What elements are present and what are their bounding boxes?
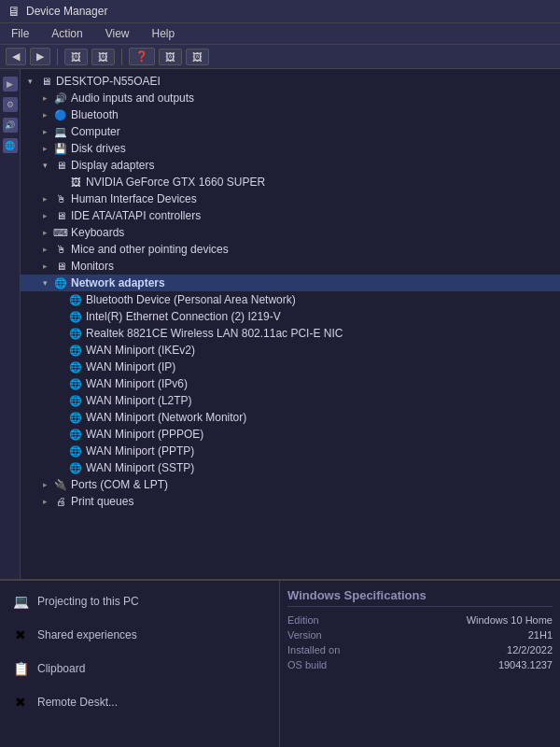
expand-icon-ports[interactable]: ▸	[39, 479, 50, 490]
sidebar-icon-1[interactable]: ▶	[3, 77, 18, 92]
sidebar-icon-2[interactable]: ⚙	[3, 97, 18, 112]
item-icon-nvidia: 🖼	[68, 176, 83, 189]
spec-osbuild: OS build 19043.1237	[287, 659, 553, 670]
tree-item-display[interactable]: ▾🖥Display adapters	[21, 157, 560, 174]
menu-help[interactable]: Help	[148, 25, 179, 42]
expand-icon-ide[interactable]: ▸	[39, 210, 50, 221]
item-icon-wan-pptp: 🌐	[68, 444, 83, 458]
projecting-icon: 💻	[11, 592, 30, 611]
expand-icon-realtek	[54, 328, 65, 339]
menu-view[interactable]: View	[102, 25, 133, 42]
tree-item-print[interactable]: ▸🖨Print queues	[21, 493, 560, 510]
projecting-label: Projecting to this PC	[37, 595, 139, 608]
sidebar-icon-4[interactable]: 🌐	[3, 138, 18, 153]
remote-icon: ✖	[11, 693, 30, 712]
tree-item-ide[interactable]: ▸🖥IDE ATA/ATAPI controllers	[21, 207, 560, 224]
item-icon-wan-ipv6: 🌐	[68, 377, 83, 390]
toolbar-btn4[interactable]: 🖼	[186, 49, 209, 65]
item-label-wan-pptp: WAN Miniport (PPTP)	[86, 444, 194, 458]
item-icon-wan-ikev2: 🌐	[68, 344, 83, 357]
bottom-item-clipboard[interactable]: 📋 Clipboard	[7, 655, 272, 682]
item-label-wan-sstp: WAN Miniport (SSTP)	[86, 461, 194, 474]
tree-item-wan-sstp[interactable]: 🌐WAN Miniport (SSTP)	[21, 459, 560, 476]
expand-icon-wan-pppoe	[54, 429, 65, 440]
tree-item-bluetooth[interactable]: ▸🔵Bluetooth	[21, 106, 560, 123]
toolbar-back[interactable]: ◀	[6, 48, 26, 65]
tree-item-root[interactable]: ▾🖥DESKTOP-N55OAEI	[21, 73, 560, 90]
bottom-section: 💻 Projecting to this PC ✖ Shared experie…	[0, 579, 560, 747]
expand-icon-display[interactable]: ▾	[39, 160, 50, 171]
item-icon-network: 🌐	[53, 276, 68, 289]
tree-item-hid[interactable]: ▸🖱Human Interface Devices	[21, 190, 560, 207]
spec-installed-value: 12/2/2022	[507, 644, 553, 655]
tree-item-wan-pppoe[interactable]: 🌐WAN Miniport (PPPOE)	[21, 426, 560, 443]
toolbar: ◀ ▶ 🖼 🖼 ❓ 🖼 🖼	[0, 45, 560, 69]
item-label-realtek: Realtek 8821CE Wireless LAN 802.11ac PCI…	[86, 327, 343, 340]
toolbar-btn2[interactable]: 🖼	[91, 49, 115, 65]
item-icon-hid: 🖱	[53, 192, 68, 205]
tree-item-computer[interactable]: ▸💻Computer	[21, 123, 560, 140]
expand-icon-monitors[interactable]: ▸	[39, 261, 50, 272]
expand-icon-audio[interactable]: ▸	[39, 92, 50, 104]
tree-item-wan-nm[interactable]: 🌐WAN Miniport (Network Monitor)	[21, 409, 560, 426]
expand-icon-keyboards[interactable]: ▸	[39, 227, 50, 238]
bottom-item-projecting[interactable]: 💻 Projecting to this PC	[7, 588, 272, 614]
toolbar-btn3[interactable]: 🖼	[159, 49, 182, 65]
clipboard-label: Clipboard	[37, 662, 85, 675]
item-icon-bluetooth: 🔵	[53, 108, 68, 121]
tree-item-keyboards[interactable]: ▸⌨Keyboards	[21, 224, 560, 241]
expand-icon-computer[interactable]: ▸	[39, 126, 50, 137]
device-tree[interactable]: ▾🖥DESKTOP-N55OAEI▸🔊Audio inputs and outp…	[21, 69, 560, 579]
title-text: Device Manager	[26, 5, 107, 18]
item-icon-bt-net: 🌐	[68, 293, 83, 306]
tree-item-monitors[interactable]: ▸🖥Monitors	[21, 258, 560, 275]
tree-item-ports[interactable]: ▸🔌Ports (COM & LPT)	[21, 476, 560, 493]
expand-icon-disk[interactable]: ▸	[39, 143, 50, 154]
tree-item-wan-ip[interactable]: 🌐WAN Miniport (IP)	[21, 359, 560, 375]
spec-osbuild-value: 19043.1237	[498, 659, 553, 670]
tree-item-disk[interactable]: ▸💾Disk drives	[21, 140, 560, 157]
tree-item-intel-eth[interactable]: 🌐Intel(R) Ethernet Connection (2) I219-V	[21, 308, 560, 325]
spec-edition-label: Edition	[287, 614, 319, 626]
expand-icon-nvidia	[54, 176, 65, 188]
tree-item-network[interactable]: ▾🌐Network adapters	[21, 275, 560, 291]
expand-icon-network[interactable]: ▾	[39, 277, 50, 289]
expand-icon-print[interactable]: ▸	[39, 496, 50, 507]
tree-item-audio[interactable]: ▸🔊Audio inputs and outputs	[21, 90, 560, 106]
toolbar-btn1[interactable]: 🖼	[64, 49, 88, 65]
item-label-monitors: Monitors	[71, 260, 114, 273]
toolbar-forward[interactable]: ▶	[30, 48, 50, 65]
tree-item-wan-pptp[interactable]: 🌐WAN Miniport (PPTP)	[21, 443, 560, 459]
toolbar-help[interactable]: ❓	[129, 48, 155, 65]
sidebar-icon-3[interactable]: 🔊	[3, 118, 18, 133]
expand-icon-wan-ip	[54, 361, 65, 373]
item-icon-wan-sstp: 🌐	[68, 461, 83, 474]
expand-icon-root[interactable]: ▾	[24, 76, 35, 87]
tree-item-bt-net[interactable]: 🌐Bluetooth Device (Personal Area Network…	[21, 291, 560, 308]
tree-item-mice[interactable]: ▸🖱Mice and other pointing devices	[21, 241, 560, 258]
bottom-item-shared[interactable]: ✖ Shared experiences	[7, 622, 272, 648]
item-icon-ports: 🔌	[53, 478, 68, 491]
item-icon-display: 🖥	[53, 159, 68, 172]
expand-icon-wan-l2tp	[54, 395, 65, 406]
tree-item-realtek[interactable]: 🌐Realtek 8821CE Wireless LAN 802.11ac PC…	[21, 325, 560, 342]
clipboard-icon: 📋	[11, 659, 30, 678]
expand-icon-hid[interactable]: ▸	[39, 193, 50, 204]
item-label-computer: Computer	[71, 125, 120, 138]
expand-icon-bluetooth[interactable]: ▸	[39, 109, 50, 120]
tree-item-wan-ipv6[interactable]: 🌐WAN Miniport (IPv6)	[21, 375, 560, 392]
bottom-item-remote[interactable]: ✖ Remote Deskt...	[7, 689, 272, 715]
expand-icon-intel-eth	[54, 311, 65, 322]
menu-action[interactable]: Action	[48, 25, 86, 42]
menu-file[interactable]: File	[7, 25, 33, 42]
spec-installed: Installed on 12/2/2022	[287, 644, 553, 655]
item-icon-wan-ip: 🌐	[68, 360, 83, 374]
expand-icon-wan-nm	[54, 412, 65, 423]
item-label-ide: IDE ATA/ATAPI controllers	[71, 209, 201, 222]
tree-item-nvidia[interactable]: 🖼NVIDIA GeForce GTX 1660 SUPER	[21, 174, 560, 190]
item-label-root: DESKTOP-N55OAEI	[56, 75, 161, 88]
expand-icon-mice[interactable]: ▸	[39, 244, 50, 255]
tree-item-wan-ikev2[interactable]: 🌐WAN Miniport (IKEv2)	[21, 342, 560, 359]
item-label-bluetooth: Bluetooth	[71, 108, 119, 121]
tree-item-wan-l2tp[interactable]: 🌐WAN Miniport (L2TP)	[21, 392, 560, 409]
